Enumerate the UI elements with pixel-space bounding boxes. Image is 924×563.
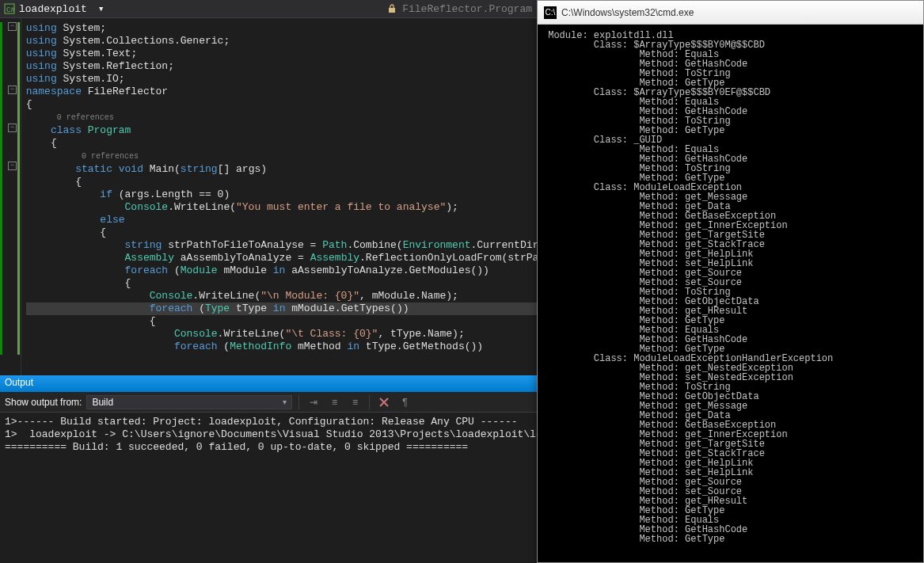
cmd-title-text: C:\Windows\system32\cmd.exe [561, 7, 694, 18]
toolbar-separator [298, 395, 299, 409]
svg-text:C#: C# [6, 6, 15, 14]
next-icon[interactable]: ≡ [347, 394, 363, 410]
output-source-combo[interactable]: Build [86, 395, 292, 409]
output-panel-header[interactable]: Output [0, 375, 538, 392]
fold-icon[interactable] [8, 162, 17, 170]
cmd-icon: C:\ [544, 6, 557, 19]
output-source-label: Show output from: [5, 397, 82, 408]
wrap-icon[interactable]: ¶ [397, 394, 413, 410]
code-editor[interactable]: using System; using System.Collections.G… [0, 18, 538, 375]
tab-dropdown-icon[interactable]: ▾ [95, 2, 108, 15]
fold-icon[interactable] [8, 22, 17, 31]
fold-icon[interactable] [8, 124, 17, 132]
svg-rect-2 [389, 8, 395, 13]
gutter [0, 18, 21, 375]
lock-icon [386, 3, 397, 14]
csharp-file-icon: C# [3, 2, 16, 15]
output-toolbar: Show output from: Build ⇥ ≡ ≡ ¶ [0, 392, 538, 413]
visual-studio-panel: C# loadexploit ▾ FileReflector.Program u… [0, 0, 538, 563]
clear-icon[interactable] [376, 394, 392, 410]
tab-bar: C# loadexploit ▾ FileReflector.Program [0, 0, 538, 18]
find-icon[interactable]: ⇥ [306, 394, 321, 410]
prev-icon[interactable]: ≡ [326, 394, 342, 410]
tab-label[interactable]: loadexploit [19, 3, 95, 15]
breadcrumb[interactable]: FileReflector.Program [402, 3, 532, 15]
output-body[interactable]: 1>------ Build started: Project: loadexp… [0, 413, 538, 563]
toolbar-separator [369, 395, 370, 409]
cmd-window[interactable]: C:\ C:\Windows\system32\cmd.exe Module: … [537, 0, 924, 563]
cmd-title-bar[interactable]: C:\ C:\Windows\system32\cmd.exe [538, 1, 923, 25]
cmd-body[interactable]: Module: exploitdll.dll Class: $ArrayType… [538, 25, 923, 562]
fold-icon[interactable] [8, 86, 17, 94]
